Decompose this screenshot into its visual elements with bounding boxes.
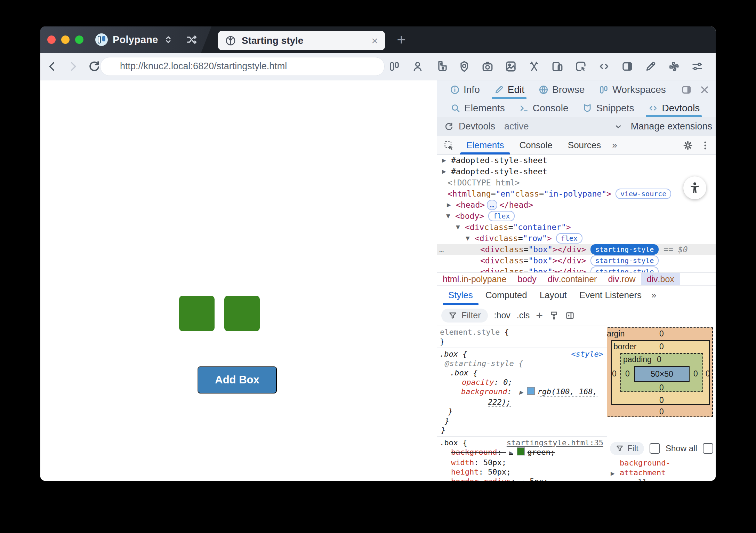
close-window-button[interactable] <box>47 35 56 44</box>
url-input[interactable]: http://knuc2.local:6820/startingstyle.ht… <box>100 57 385 76</box>
reload-icon[interactable] <box>88 60 101 73</box>
chevron-up-down-icon[interactable] <box>163 34 174 46</box>
tab-browse[interactable]: Browse <box>533 80 589 99</box>
expand-arrow-icon[interactable]: ▼ <box>456 224 465 230</box>
devtools-tab-elements[interactable]: Elements <box>459 136 512 154</box>
style-declaration[interactable]: height: 50px; <box>437 467 607 477</box>
devtools-tab-console[interactable]: Console <box>512 136 560 154</box>
style-declaration[interactable]: } <box>437 337 607 346</box>
code-icon[interactable] <box>598 60 610 73</box>
dom-tree-row[interactable]: ▼<div class="container"> <box>437 222 716 233</box>
computed-property[interactable]: ▶ background-attachment scroll <box>607 458 716 481</box>
row-menu-icon[interactable]: … <box>439 245 444 254</box>
more-tabs-button[interactable]: » <box>609 140 620 151</box>
dom-tree-row[interactable]: ▶#adopted-style-sheet <box>437 166 716 177</box>
expand-arrow-icon[interactable]: ▼ <box>466 235 475 241</box>
style-declaration[interactable]: background: ▶rgb(100, 168, <box>437 387 607 397</box>
chevron-down-icon[interactable] <box>613 122 623 132</box>
accessibility-fab[interactable] <box>683 176 706 199</box>
window-controls[interactable] <box>47 35 83 44</box>
style-declaration[interactable]: .box {<style> <box>437 349 607 359</box>
dom-tree-row[interactable]: ▶#adopted-style-sheet <box>437 155 716 166</box>
puzzle-icon[interactable] <box>668 60 680 73</box>
group-checkbox[interactable] <box>703 443 713 454</box>
dom-tree-row[interactable]: ▼<div class="row">flex <box>437 233 716 244</box>
badge[interactable]: starting-style <box>590 244 659 255</box>
badge-icon[interactable] <box>458 60 471 73</box>
zoom-window-button[interactable] <box>75 35 83 44</box>
breadcrumb-item[interactable]: div.box <box>641 273 680 285</box>
style-declaration[interactable]: 222); <box>437 397 607 407</box>
tab-elements[interactable]: Elements <box>445 99 510 117</box>
box-rule[interactable]: .box {startingstyle.html:35background: ▶… <box>437 437 607 481</box>
dom-tree-row[interactable]: <!DOCTYPE html> <box>437 177 716 188</box>
more-style-tabs-button[interactable]: » <box>648 290 660 301</box>
expand-arrow-icon[interactable]: ▶ <box>611 469 615 478</box>
expand-arrow-icon[interactable]: ▶ <box>442 168 451 175</box>
dom-tree-row[interactable]: <html lang="en" class="in-polypane">view… <box>437 188 716 199</box>
camera-icon[interactable] <box>481 60 494 73</box>
breadcrumb-item[interactable]: html.in-polypane <box>437 273 512 285</box>
sidebar-toggle-icon[interactable] <box>565 311 575 320</box>
dom-tree-row[interactable]: ▼<body>flex <box>437 210 716 222</box>
style-declaration[interactable]: border-radius: ▶5px; <box>437 477 607 481</box>
new-rule-button[interactable]: + <box>536 309 543 322</box>
shuffle-icon[interactable] <box>185 34 199 46</box>
kebab-menu-icon[interactable] <box>700 140 711 151</box>
style-declaration[interactable]: opacity: 0; <box>437 377 607 387</box>
dom-tree-row[interactable]: <div class="box"></div>starting-style <box>437 255 716 266</box>
inspect-element-icon[interactable] <box>443 140 455 151</box>
refresh-icon[interactable] <box>444 122 454 132</box>
forward-icon[interactable] <box>67 60 79 73</box>
rule-source-link[interactable]: <style> <box>571 349 603 359</box>
close-panel-icon[interactable] <box>699 84 710 95</box>
browser-tab[interactable]: Starting style × <box>218 31 385 50</box>
new-tab-button[interactable]: + <box>392 31 410 49</box>
tab-layout[interactable]: Layout <box>533 286 573 305</box>
tab-workspaces[interactable]: Workspaces <box>594 80 671 99</box>
style-declaration[interactable]: .box {startingstyle.html:35 <box>437 438 607 447</box>
panes-icon[interactable] <box>388 60 401 73</box>
breadcrumb-item[interactable]: body <box>512 273 542 285</box>
tab-event-listeners[interactable]: Event Listeners <box>573 286 648 305</box>
brush-icon[interactable] <box>549 311 559 320</box>
dom-tree-row[interactable]: …<div class="box"></div>starting-style==… <box>437 244 716 255</box>
tune-icon[interactable] <box>691 60 703 73</box>
devtools-tab-sources[interactable]: Sources <box>560 136 609 154</box>
styles-filter-input[interactable]: Filter <box>441 309 488 323</box>
badge[interactable]: … <box>487 200 497 210</box>
breadcrumb-item[interactable]: div.container <box>542 273 603 285</box>
starting-style-rule[interactable]: .box {<style>@starting-style {.box {opac… <box>437 348 607 437</box>
breadcrumb-item[interactable]: div.row <box>602 273 641 285</box>
devices-icon[interactable] <box>551 60 564 73</box>
manage-extensions-link[interactable]: Manage extensions <box>631 121 712 132</box>
tab-close-icon[interactable]: × <box>371 35 378 46</box>
style-declaration[interactable]: } <box>437 416 607 425</box>
style-declaration[interactable]: @starting-style { <box>437 359 607 368</box>
style-declaration[interactable]: background: ▶green; <box>437 447 607 458</box>
expand-arrow-icon[interactable]: ▼ <box>446 213 455 219</box>
dom-tree-row[interactable]: <div class="box"></div>starting-style <box>437 266 716 272</box>
inspect-pointer-icon[interactable] <box>574 60 587 73</box>
expand-arrow-icon[interactable]: ▶ <box>447 202 456 208</box>
minimize-window-button[interactable] <box>61 35 70 44</box>
show-all-checkbox[interactable] <box>650 443 660 454</box>
tab-edit[interactable]: Edit <box>489 80 529 99</box>
cut-icon[interactable] <box>528 60 540 73</box>
expand-arrow-icon[interactable]: ▶ <box>442 157 451 164</box>
box-model-diagram[interactable]: 50×50 margin 0 border 0 padding 0 0 0 0 … <box>607 327 716 419</box>
badge[interactable]: starting-style <box>590 255 659 266</box>
hover-state-button[interactable]: :hov <box>494 310 510 320</box>
image-icon[interactable] <box>505 60 517 73</box>
badge[interactable]: flex <box>556 233 582 244</box>
tab-devtools[interactable]: Devtools <box>643 99 705 117</box>
badge[interactable]: flex <box>488 211 515 221</box>
back-icon[interactable] <box>46 60 58 73</box>
style-declaration[interactable]: .box { <box>437 368 607 377</box>
user-icon[interactable] <box>411 60 424 73</box>
class-toggle-button[interactable]: .cls <box>517 310 530 320</box>
gear-icon[interactable] <box>682 140 693 151</box>
box-model-content[interactable]: 50×50 <box>634 366 690 382</box>
tab-info[interactable]: Info <box>445 80 485 99</box>
style-declaration[interactable]: } <box>437 407 607 416</box>
